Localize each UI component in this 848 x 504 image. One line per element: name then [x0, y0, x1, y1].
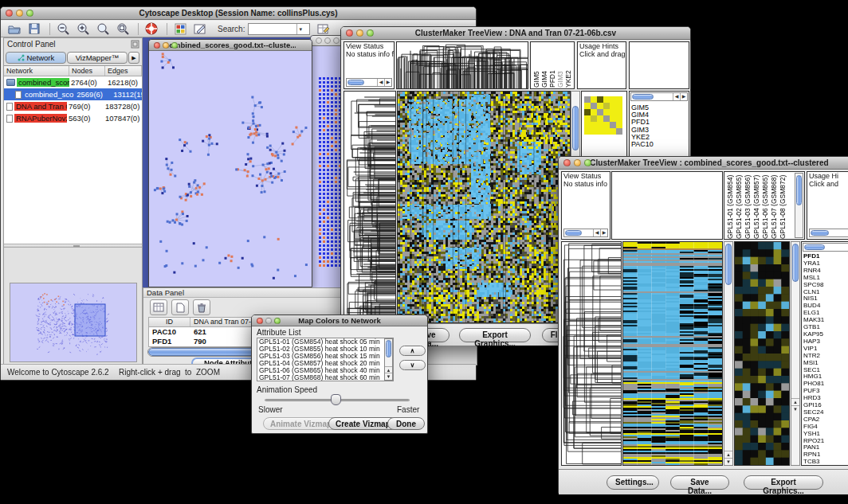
- matrix-cell[interactable]: [616, 109, 622, 115]
- heatmap-panel[interactable]: [622, 241, 723, 466]
- matrix-cell[interactable]: [610, 115, 616, 122]
- minimize-button[interactable]: [16, 10, 23, 17]
- matrix-cell[interactable]: [597, 128, 603, 135]
- gene-list-hscrollbar[interactable]: [803, 243, 848, 252]
- matrix-cell[interactable]: [597, 115, 603, 122]
- scroll-thumb[interactable]: [565, 230, 582, 236]
- column-label[interactable]: GPL51-01 (GSM854): [726, 172, 735, 239]
- column-label[interactable]: GPL51-06 (GSM865): [761, 172, 770, 239]
- select-attributes-icon[interactable]: [150, 299, 167, 315]
- matrix-cell[interactable]: [591, 96, 597, 103]
- column-label[interactable]: GPL51-04 (GSM857): [752, 172, 761, 239]
- scroll-left-icon[interactable]: ◀: [673, 93, 680, 100]
- open-session-button[interactable]: [6, 21, 23, 36]
- tab-network[interactable]: Network: [6, 52, 66, 64]
- move-up-button[interactable]: ∧: [399, 346, 426, 356]
- gene-list-vscrollbar[interactable]: ▲ ▼: [791, 241, 800, 466]
- zoom-heatmap-canvas[interactable]: [735, 242, 789, 465]
- matrix-cell[interactable]: [603, 103, 610, 109]
- matrix-cell[interactable]: [616, 96, 622, 103]
- col-nodes[interactable]: Nodes: [69, 66, 105, 76]
- scroll-thumb[interactable]: [386, 340, 391, 357]
- minimize-button[interactable]: [356, 29, 363, 37]
- col-network[interactable]: Network: [4, 66, 69, 76]
- scroll-left-icon[interactable]: ◀: [377, 79, 384, 86]
- column-label[interactable]: GPL51-03 (GSM856): [744, 172, 752, 239]
- zoom-fit-icon[interactable]: [114, 21, 132, 36]
- scroll-left-icon[interactable]: ◀: [593, 229, 600, 236]
- matrix-cell[interactable]: [591, 103, 597, 109]
- treeview-cs-titlebar[interactable]: ClusterMaker TreeView : combined_scores_…: [559, 157, 848, 170]
- matrix-cell[interactable]: [591, 115, 597, 122]
- scroll-right-icon[interactable]: ▶: [600, 229, 607, 236]
- zoom-selected-icon[interactable]: [94, 21, 112, 36]
- matrix-cell[interactable]: [591, 109, 597, 115]
- matrix-cell[interactable]: [584, 128, 591, 135]
- save-data-button[interactable]: Save Data...: [670, 475, 729, 490]
- scroll-up-icon[interactable]: ▲: [724, 451, 732, 458]
- row-dendrogram-canvas[interactable]: [344, 92, 395, 322]
- matrix-cell[interactable]: [584, 122, 591, 128]
- save-session-button[interactable]: [26, 21, 43, 36]
- column-dendrogram-canvas[interactable]: [397, 42, 528, 88]
- zoom-in-icon[interactable]: [74, 21, 92, 36]
- attribute-list-vscrollbar[interactable]: ▲ ▼: [384, 338, 393, 381]
- zoom-button[interactable]: [274, 318, 281, 324]
- zoom-button[interactable]: [26, 10, 33, 17]
- network-front-titlebar[interactable]: combined_scores_good.txt--cluste...: [149, 40, 312, 51]
- close-button[interactable]: [257, 318, 263, 324]
- view-status-scrollbar[interactable]: ◀ ▶: [346, 78, 392, 87]
- matrix-cell[interactable]: [603, 109, 610, 115]
- panel-splitter[interactable]: [4, 244, 142, 248]
- gene-list-item[interactable]: PAC10: [630, 141, 689, 148]
- close-button[interactable]: [316, 37, 322, 44]
- tab-vizmapper[interactable]: VizMapper™: [67, 52, 128, 64]
- animate-vizmap-button[interactable]: Animate Vizmap: [263, 417, 339, 430]
- search-input[interactable]: [249, 24, 296, 33]
- matrix-cell[interactable]: [616, 115, 622, 122]
- export-graphics-button[interactable]: Export Graphics...: [459, 328, 531, 342]
- close-button[interactable]: [563, 159, 571, 166]
- row-dendrogram-panel[interactable]: [561, 241, 622, 466]
- settings-button[interactable]: Settings...: [607, 475, 659, 490]
- network-row[interactable]: combined_sco 2569(6) 13112(15): [4, 88, 142, 100]
- matrix-cell[interactable]: [597, 96, 603, 103]
- scroll-down-icon[interactable]: ▼: [385, 373, 392, 380]
- network-overview-panel[interactable]: [10, 283, 137, 362]
- column-label[interactable]: GPL51-02 (GSM855): [735, 172, 744, 239]
- scroll-thumb[interactable]: [572, 106, 579, 150]
- network-window-front[interactable]: combined_scores_good.txt--cluste...: [148, 39, 312, 287]
- matrix-cell[interactable]: [584, 96, 591, 103]
- minimize-button[interactable]: [574, 159, 581, 166]
- attribute-item[interactable]: GPL51-07 (GSM868) heat shock 60 min: [257, 374, 383, 381]
- help-lifering-icon[interactable]: [143, 21, 160, 36]
- export-graphics-button[interactable]: Export Graphics...: [744, 475, 823, 490]
- annotation-icon[interactable]: [191, 21, 209, 36]
- matrix-cell[interactable]: [584, 109, 591, 115]
- scroll-thumb[interactable]: [632, 94, 654, 100]
- scroll-thumb[interactable]: [725, 244, 732, 285]
- column-label[interactable]: GPL51-08 (GSM872): [779, 172, 787, 239]
- done-button[interactable]: Done: [387, 417, 425, 430]
- column-labels-vscrollbar[interactable]: [795, 173, 803, 238]
- scroll-right-icon[interactable]: ▶: [680, 93, 687, 100]
- scroll-down-icon[interactable]: ▼: [724, 458, 732, 465]
- matrix-cell[interactable]: [603, 96, 610, 103]
- matrix-cell[interactable]: [616, 128, 622, 135]
- col-edges[interactable]: Edges: [105, 66, 142, 76]
- matrix-cell[interactable]: [610, 128, 616, 135]
- row-dendrogram-canvas[interactable]: [562, 242, 621, 465]
- usage-hints-scrollbar[interactable]: [809, 229, 848, 237]
- view-status-scrollbar[interactable]: ◀ ▶: [563, 229, 608, 237]
- matrix-cell[interactable]: [603, 122, 610, 128]
- matrix-cell[interactable]: [584, 103, 591, 109]
- float-panel-icon[interactable]: [131, 40, 139, 49]
- column-label[interactable]: GIM3: [556, 43, 564, 88]
- move-down-button[interactable]: ∨: [399, 360, 426, 370]
- gene-list-hscrollbar[interactable]: ◀ ▶: [630, 92, 688, 101]
- column-label[interactable]: GIM5: [532, 43, 540, 88]
- column-label[interactable]: PFD1: [548, 43, 556, 88]
- scroll-up-icon[interactable]: ▲: [791, 398, 799, 405]
- matrix-cell[interactable]: [597, 109, 603, 115]
- minimize-button[interactable]: [324, 37, 331, 44]
